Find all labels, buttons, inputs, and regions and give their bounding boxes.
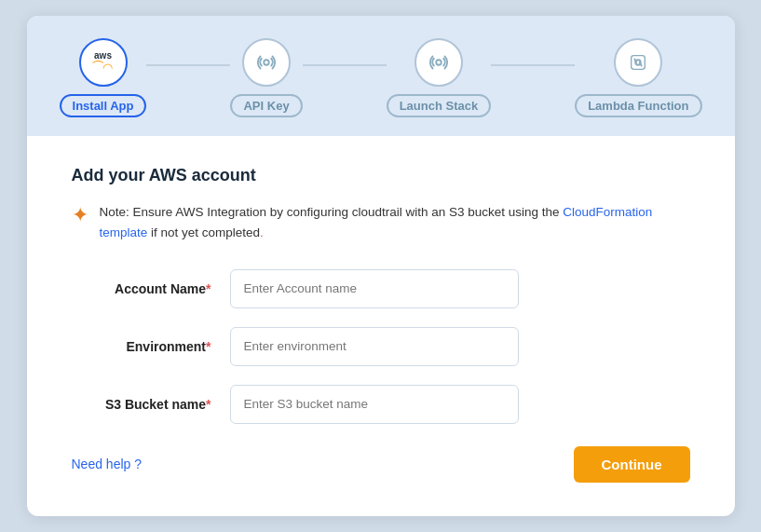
step-api-key[interactable]: API Key (230, 38, 302, 117)
aws-logo-icon: aws ⁀◠ (93, 51, 113, 74)
main-content: Add your AWS account ✦ Note: Ensure AWS … (27, 136, 735, 515)
s3-bucket-group: S3 Bucket name* (72, 385, 690, 424)
environment-label: Environment* (72, 339, 230, 354)
notice-text: Note: Ensure AWS Integration by configur… (100, 202, 690, 242)
step-label-install-app: Install App (60, 94, 147, 117)
continue-button[interactable]: Continue (574, 446, 690, 483)
step-launch-stack[interactable]: Launch Stack (387, 38, 492, 117)
svg-point-0 (264, 61, 269, 66)
stepper-header: aws ⁀◠ Install App API Key (27, 16, 735, 136)
s3-bucket-label: S3 Bucket name* (72, 397, 230, 412)
step-label-api-key: API Key (230, 94, 302, 117)
account-name-group: Account Name* (72, 269, 690, 308)
main-card: aws ⁀◠ Install App API Key (27, 16, 735, 515)
environment-group: Environment* (72, 327, 690, 366)
notice-box: ✦ Note: Ensure AWS Integration by config… (72, 202, 690, 242)
aws-account-form: Account Name* Environment* S3 Bucket nam… (72, 269, 690, 483)
step-icon-launch-stack (414, 38, 463, 87)
puzzle-icon: ✦ (72, 203, 88, 227)
environment-input[interactable] (230, 327, 519, 366)
step-install-app[interactable]: aws ⁀◠ Install App (60, 38, 147, 117)
section-title: Add your AWS account (72, 166, 690, 185)
account-name-label: Account Name* (72, 281, 230, 296)
svg-point-1 (436, 61, 442, 66)
step-connector-3 (491, 64, 575, 66)
account-name-input[interactable] (230, 269, 519, 308)
form-footer: Need help ? Continue (72, 446, 690, 483)
step-icon-api-key (242, 38, 291, 87)
step-label-launch-stack: Launch Stack (387, 94, 492, 117)
step-icon-lambda-function (614, 38, 662, 87)
step-lambda-function[interactable]: Lambda Function (575, 38, 701, 117)
step-connector-2 (303, 64, 387, 66)
s3-bucket-input[interactable] (230, 385, 519, 424)
step-icon-install-app: aws ⁀◠ (79, 38, 128, 87)
step-label-lambda-function: Lambda Function (575, 94, 701, 117)
help-link[interactable]: Need help ? (72, 457, 143, 471)
step-connector-1 (146, 64, 230, 66)
svg-rect-5 (632, 56, 645, 70)
